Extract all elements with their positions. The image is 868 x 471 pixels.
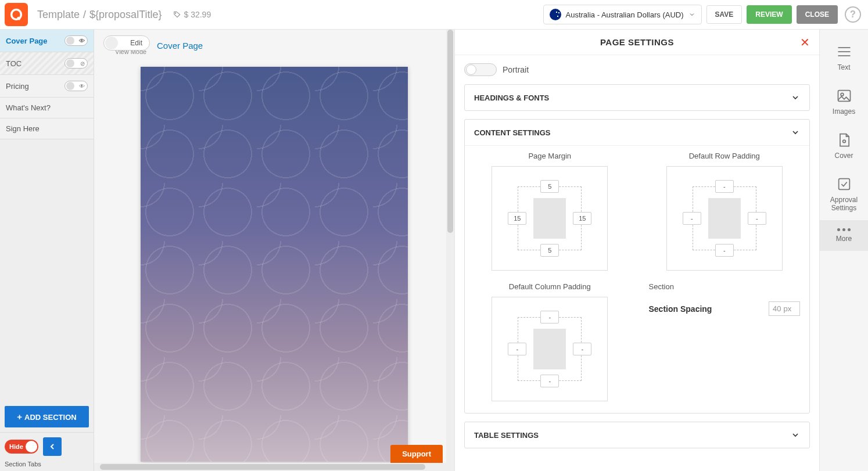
canvas-title: Cover Page <box>157 41 203 51</box>
section-block: Section Section Spacing 40 px <box>649 282 801 401</box>
col-padding-bottom-input[interactable]: - <box>540 375 559 387</box>
add-section-button[interactable]: +ADD SECTION <box>5 406 89 427</box>
review-button[interactable]: REVIEW <box>747 5 791 24</box>
margin-left-input[interactable]: 15 <box>508 212 526 225</box>
column-padding-block: Default Column Padding - - - - <box>474 282 626 401</box>
settings-close-button[interactable]: ✕ <box>800 35 810 49</box>
flag-au-icon <box>550 9 561 20</box>
row-padding-left-input[interactable]: - <box>683 212 701 225</box>
check-square-icon <box>836 176 852 192</box>
app-logo <box>5 3 28 26</box>
row-padding-diagram: - - - - <box>666 166 783 271</box>
section-tabs-label: Section Tabs <box>0 461 94 471</box>
save-button[interactable]: SAVE <box>706 5 743 24</box>
sidebar-item-whats-next[interactable]: What's Next? <box>0 98 94 118</box>
page-preview <box>141 67 408 462</box>
chevron-down-icon <box>791 430 800 440</box>
arrow-left-icon <box>48 442 57 451</box>
rail-more[interactable]: More <box>820 220 868 251</box>
sidebar-item-cover-page[interactable]: Cover Page 👁 <box>0 30 94 52</box>
settings-title: PAGE SETTINGS <box>600 37 674 47</box>
right-rail: Text Images Cover Approval Settings More <box>819 30 868 471</box>
close-button[interactable]: CLOSE <box>797 5 838 24</box>
breadcrumb-title: ${proposalTitle} <box>89 9 162 21</box>
currency-selector[interactable]: Australia - Australian Dollars (AUD) <box>543 5 702 24</box>
section-list: Cover Page 👁 TOC ⊘ Pricing 👁 What's Next… <box>0 30 94 401</box>
more-dots-icon <box>837 228 851 231</box>
rail-images[interactable]: Images <box>820 80 868 124</box>
svg-rect-9 <box>838 179 849 190</box>
margin-right-input[interactable]: 15 <box>573 212 591 225</box>
settings-body[interactable]: Portrait HEADINGS & FONTS CONTENT SETTIN… <box>455 55 819 471</box>
chevron-down-icon <box>688 11 695 18</box>
horizontal-scrollbar[interactable] <box>94 463 454 471</box>
canvas-scroll[interactable] <box>94 61 454 463</box>
document-icon <box>836 132 852 148</box>
orientation-toggle[interactable] <box>464 63 497 76</box>
svg-point-7 <box>841 93 844 96</box>
rail-approval[interactable]: Approval Settings <box>820 168 868 220</box>
section-spacing-input[interactable]: 40 px <box>769 301 800 316</box>
accordion-headings-fonts: HEADINGS & FONTS <box>464 84 810 111</box>
row-padding-right-input[interactable]: - <box>748 212 766 225</box>
left-sidebar: Cover Page 👁 TOC ⊘ Pricing 👁 What's Next… <box>0 30 94 471</box>
row-padding-top-input[interactable]: - <box>715 180 734 193</box>
accordion-header-table-settings[interactable]: TABLE SETTINGS <box>465 422 809 448</box>
price-tag: $ 32.99 <box>173 10 211 19</box>
accordion-header-content-settings[interactable]: CONTENT SETTINGS <box>465 120 809 145</box>
breadcrumb: Template / ${proposalTitle} <box>37 9 162 21</box>
orientation-row: Portrait <box>464 61 810 84</box>
canvas-toolbar: Edit View Mode Cover Page <box>94 30 454 61</box>
row-padding-bottom-input[interactable]: - <box>715 244 734 257</box>
row-padding-block: Default Row Padding - - - - <box>649 152 801 271</box>
edit-mode-toggle[interactable]: Edit <box>103 35 150 51</box>
page-margin-diagram: 5 15 5 15 <box>492 166 608 271</box>
text-lines-icon <box>836 44 852 60</box>
margin-top-input[interactable]: 5 <box>540 180 559 193</box>
col-padding-left-input[interactable]: - <box>508 343 526 355</box>
svg-point-8 <box>842 140 845 143</box>
vertical-scrollbar[interactable] <box>446 30 454 463</box>
visibility-toggle[interactable]: 👁 <box>64 35 88 46</box>
col-padding-top-input[interactable]: - <box>540 311 559 323</box>
app-header: Template / ${proposalTitle} $ 32.99 Aust… <box>0 0 868 30</box>
svg-point-2 <box>175 13 176 13</box>
hide-toggle[interactable]: Hide <box>5 440 38 454</box>
settings-header: PAGE SETTINGS ✕ <box>455 30 819 55</box>
section-spacing-label: Section Spacing <box>649 304 712 314</box>
tag-icon <box>173 10 181 19</box>
accordion-content-settings: CONTENT SETTINGS Page Margin 5 <box>464 119 810 414</box>
image-icon <box>836 88 852 104</box>
sidebar-item-pricing[interactable]: Pricing 👁 <box>0 75 94 98</box>
sidebar-item-toc[interactable]: TOC ⊘ <box>0 52 94 75</box>
chevron-down-icon <box>791 93 800 102</box>
rail-cover[interactable]: Cover <box>820 124 868 168</box>
accordion-table-settings: TABLE SETTINGS <box>464 422 810 448</box>
visibility-toggle[interactable]: ⊘ <box>64 58 88 69</box>
support-button[interactable]: Support <box>390 445 443 463</box>
settings-panel: PAGE SETTINGS ✕ Portrait HEADINGS & FONT… <box>454 30 819 471</box>
eye-icon: 👁 <box>79 83 85 89</box>
sidebar-item-sign-here[interactable]: Sign Here <box>0 118 94 139</box>
column-padding-diagram: - - - - <box>492 297 608 401</box>
margin-bottom-input[interactable]: 5 <box>540 244 559 257</box>
canvas-area: Edit View Mode Cover Page Support <box>94 30 454 471</box>
page-margin-block: Page Margin 5 15 5 15 <box>474 152 626 271</box>
visibility-toggle[interactable]: 👁 <box>64 81 88 91</box>
chevron-down-icon <box>791 128 800 137</box>
col-padding-right-input[interactable]: - <box>573 343 591 355</box>
accordion-header-headings-fonts[interactable]: HEADINGS & FONTS <box>465 85 809 110</box>
back-button[interactable] <box>43 437 62 456</box>
rail-text[interactable]: Text <box>820 35 868 80</box>
eye-slash-icon: ⊘ <box>80 60 85 67</box>
breadcrumb-template: Template <box>37 9 80 21</box>
eye-icon: 👁 <box>79 38 85 44</box>
help-button[interactable]: ? <box>845 6 861 23</box>
orientation-label: Portrait <box>503 65 529 74</box>
